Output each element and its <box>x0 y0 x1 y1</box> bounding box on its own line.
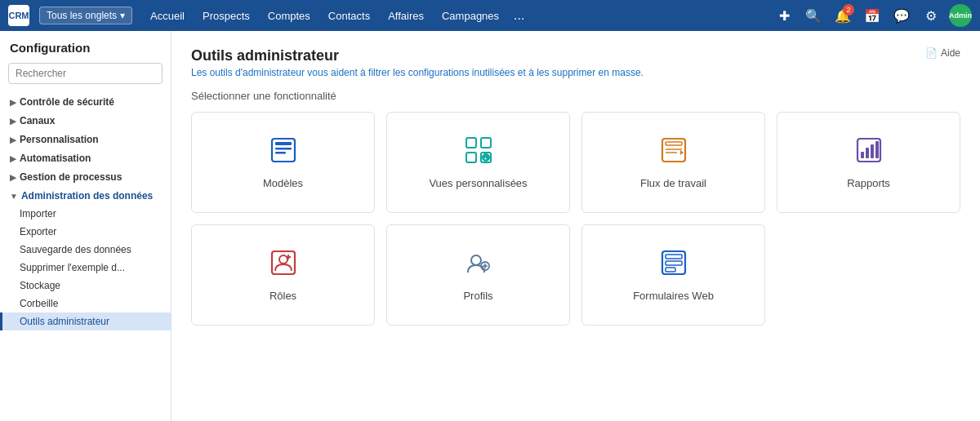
help-icon: 📄 <box>925 47 938 59</box>
sidebar-item-sauvegarde[interactable]: Sauvegarde des données <box>0 241 171 259</box>
svg-rect-1 <box>275 142 292 145</box>
nav-comptes[interactable]: Comptes <box>260 7 318 25</box>
section-label: Sélectionner une fonctionnalité <box>191 90 960 102</box>
sidebar-section-automatisation[interactable]: ▶ Automatisation <box>0 148 171 167</box>
svg-rect-29 <box>666 268 675 272</box>
flux-icon <box>659 135 688 169</box>
nav-campagnes[interactable]: Campagnes <box>434 7 507 25</box>
nav-accueil[interactable]: Accueil <box>142 7 193 25</box>
add-icon[interactable]: ✚ <box>773 4 795 27</box>
tool-card-vues[interactable]: + Vues personnalisées <box>386 112 570 213</box>
arrow-down-icon: ▼ <box>10 192 18 201</box>
sidebar-section-canaux[interactable]: ▶ Canaux <box>0 111 171 130</box>
topnav-right: ✚ 🔍 🔔 2 📅 💬 ⚙ Admin <box>773 4 972 27</box>
chevron-down-icon: ▾ <box>120 10 125 21</box>
modeles-icon <box>269 135 298 169</box>
content-subtitle: Les outils d'administrateur vous aident … <box>191 67 644 78</box>
sidebar-section-securite[interactable]: ▶ Contrôle de sécurité <box>0 92 171 111</box>
svg-rect-4 <box>466 138 476 148</box>
svg-rect-5 <box>481 138 491 148</box>
brand-icon: CRM <box>8 5 29 26</box>
tool-card-rapports[interactable]: Rapports <box>777 112 960 213</box>
calendar-icon[interactable]: 📅 <box>861 4 884 27</box>
nav-contacts[interactable]: Contacts <box>320 7 378 25</box>
help-link[interactable]: 📄 Aide <box>925 47 960 59</box>
arrow-icon: ▶ <box>10 154 16 163</box>
brand: CRM <box>8 5 29 26</box>
sidebar-item-supprimer[interactable]: Supprimer l'exemple d... <box>0 259 171 277</box>
sidebar-section-processus[interactable]: ▶ Gestion de processus <box>0 167 171 186</box>
settings-icon[interactable]: ⚙ <box>920 4 942 27</box>
svg-marker-14 <box>680 150 684 155</box>
rapports-icon <box>854 135 884 169</box>
svg-rect-11 <box>666 142 682 145</box>
tabs-dropdown[interactable]: Tous les onglets ▾ <box>39 7 132 24</box>
svg-point-22 <box>471 255 481 265</box>
svg-rect-6 <box>466 153 476 162</box>
notifications-icon[interactable]: 🔔 2 <box>831 4 854 27</box>
sidebar-title: Configuration <box>0 41 171 63</box>
sidebar-section-personnalisation[interactable]: ▶ Personnalisation <box>0 130 171 148</box>
tool-card-flux[interactable]: Flux de travail <box>581 112 765 213</box>
svg-rect-19 <box>875 141 879 158</box>
search-icon[interactable]: 🔍 <box>802 4 825 27</box>
tool-card-roles-label: Rôles <box>270 290 296 302</box>
page-title: Outils administrateur <box>191 47 644 64</box>
main-layout: Configuration ▶ Contrôle de sécurité ▶ C… <box>0 31 980 421</box>
tool-grid-row2: Rôles Profils Formulaires Web <box>191 224 960 326</box>
tool-card-formulaires-label: Formulaires Web <box>633 290 714 302</box>
sidebar-item-importer[interactable]: Importer <box>0 205 171 223</box>
tool-card-formulaires[interactable]: Formulaires Web <box>581 224 765 326</box>
avatar[interactable]: Admin <box>949 4 972 27</box>
notif-badge: 2 <box>843 4 854 16</box>
nav-affaires[interactable]: Affaires <box>380 7 432 25</box>
formulaires-icon <box>659 248 688 281</box>
sidebar-item-exporter[interactable]: Exporter <box>0 223 171 241</box>
tool-card-modeles[interactable]: Modèles <box>191 112 375 213</box>
arrow-icon: ▶ <box>10 117 16 126</box>
svg-rect-17 <box>866 148 869 158</box>
arrow-icon: ▶ <box>10 173 16 182</box>
chat-icon[interactable]: 💬 <box>890 4 913 27</box>
profils-icon <box>464 248 493 281</box>
svg-rect-28 <box>666 261 682 265</box>
sidebar-section-admin-data[interactable]: ▼ Administration des données <box>0 186 171 205</box>
content-area: Outils administrateur Les outils d'admin… <box>172 31 980 421</box>
vues-icon: + <box>464 135 493 169</box>
svg-rect-2 <box>275 148 292 150</box>
tool-card-profils-label: Profils <box>463 290 492 302</box>
content-header-left: Outils administrateur Les outils d'admin… <box>191 47 644 78</box>
tool-card-roles[interactable]: Rôles <box>191 224 375 326</box>
sidebar-item-outils-admin[interactable]: Outils administrateur <box>0 312 171 330</box>
sidebar: Configuration ▶ Contrôle de sécurité ▶ C… <box>0 31 172 421</box>
tool-card-profils[interactable]: Profils <box>386 224 570 326</box>
nav-prospects[interactable]: Prospects <box>194 7 258 25</box>
svg-rect-3 <box>275 152 286 154</box>
roles-icon <box>269 248 298 281</box>
arrow-icon: ▶ <box>10 135 16 144</box>
sidebar-item-corbeille[interactable]: Corbeille <box>0 295 171 312</box>
nav-more[interactable]: ... <box>509 7 529 24</box>
sidebar-item-stockage[interactable]: Stockage <box>0 277 171 295</box>
arrow-icon: ▶ <box>10 98 16 107</box>
tool-card-flux-label: Flux de travail <box>640 177 706 189</box>
topnav: CRM Tous les onglets ▾ Accueil Prospects… <box>0 0 980 31</box>
tool-card-vues-label: Vues personnalisées <box>429 177 527 189</box>
svg-rect-18 <box>871 144 874 158</box>
nav-links: Accueil Prospects Comptes Contacts Affai… <box>142 7 769 25</box>
tool-grid-row1: Modèles + Vues personnalisées <box>191 112 960 213</box>
svg-text:+: + <box>483 155 488 162</box>
tool-card-rapports-label: Rapports <box>847 177 890 189</box>
svg-rect-27 <box>666 255 682 259</box>
content-header: Outils administrateur Les outils d'admin… <box>191 47 960 78</box>
tool-card-modeles-label: Modèles <box>263 177 303 189</box>
svg-rect-16 <box>861 152 864 158</box>
sidebar-search[interactable] <box>8 63 163 84</box>
